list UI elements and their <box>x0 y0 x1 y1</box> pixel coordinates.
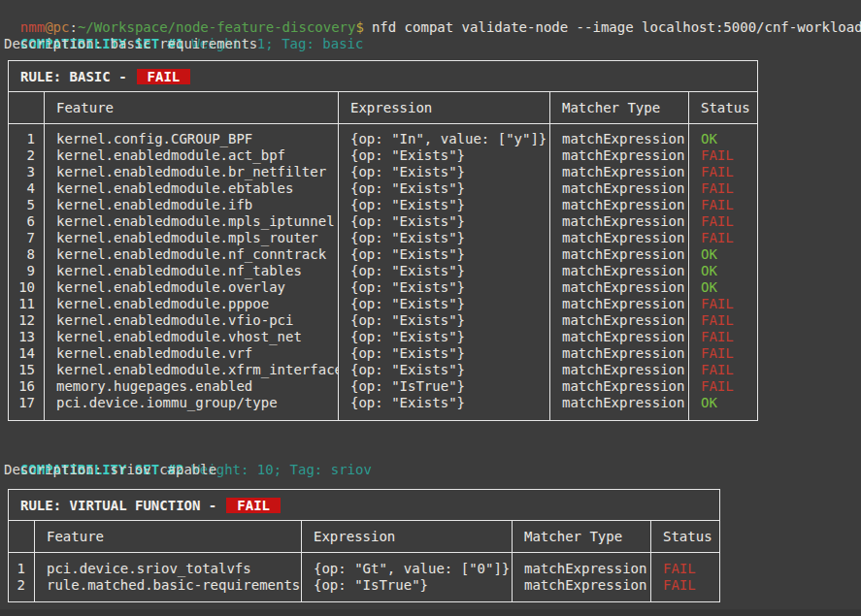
matcher-type-cell: matchExpression <box>550 124 689 148</box>
row-number-cell: 12 <box>9 312 45 329</box>
expression-cell: {op: "Exists"} <box>339 263 550 279</box>
row-number-cell: 7 <box>9 230 45 246</box>
table-row: 14kernel.enabledmodule.vrf{op: "Exists"}… <box>9 345 758 362</box>
expression-cell: {op: "Exists"} <box>339 345 550 362</box>
status-cell: FAIL <box>689 180 758 197</box>
matcher-type-cell: matchExpression <box>550 296 689 312</box>
row-number-cell: 3 <box>9 164 45 180</box>
row-number-header <box>9 92 45 124</box>
status-cell: FAIL <box>689 147 758 164</box>
matcher-type-cell: matchExpression <box>550 279 689 296</box>
status-cell: FAIL <box>689 345 758 362</box>
feature-header: Feature <box>45 92 339 124</box>
table-row: 6kernel.enabledmodule.mpls_iptunnel{op: … <box>9 213 758 230</box>
status-cell: FAIL <box>689 213 758 230</box>
table-row: 8kernel.enabledmodule.nf_conntrack{op: "… <box>9 246 758 263</box>
row-number-cell: 14 <box>9 345 45 362</box>
matcher-type-cell: matchExpression <box>550 213 689 230</box>
feature-cell: kernel.enabledmodule.act_bpf <box>45 147 339 164</box>
feature-cell: kernel.enabledmodule.pppoe <box>45 296 339 312</box>
expression-cell: {op: "IsTrue"} <box>339 378 550 395</box>
row-number-cell: 17 <box>9 395 45 421</box>
feature-cell: kernel.enabledmodule.nf_tables <box>45 263 339 279</box>
matcher-type-cell: matchExpression <box>550 329 689 345</box>
feature-cell: pci.device.iommu_group/type <box>45 395 339 421</box>
feature-cell: kernel.config.CGROUP_BPF <box>45 124 339 148</box>
expression-cell: {op: "Exists"} <box>339 230 550 246</box>
status-cell: FAIL <box>689 329 758 345</box>
status-cell: OK <box>689 395 758 421</box>
status-cell: OK <box>689 263 758 279</box>
shell-prompt-line[interactable]: nmm@pc:~/Workspace/node-feature-discover… <box>4 3 861 19</box>
status-cell: FAIL <box>689 296 758 312</box>
row-number-cell: 9 <box>9 263 45 279</box>
feature-cell: kernel.enabledmodule.mpls_router <box>45 230 339 246</box>
feature-cell: kernel.enabledmodule.ifb <box>45 197 339 213</box>
expression-cell: {op: "Exists"} <box>339 246 550 263</box>
expression-cell: {op: "Exists"} <box>339 329 550 345</box>
expression-cell: {op: "IsTrue"} <box>302 577 513 602</box>
expression-cell: {op: "Exists"} <box>339 180 550 197</box>
table-row: 17pci.device.iommu_group/type{op: "Exist… <box>9 395 758 421</box>
row-number-cell: 11 <box>9 296 45 312</box>
table-row: 10kernel.enabledmodule.overlay{op: "Exis… <box>9 279 758 296</box>
matcher-type-cell: matchExpression <box>550 263 689 279</box>
row-number-cell: 10 <box>9 279 45 296</box>
feature-cell: rule.matched.basic-requirements <box>35 577 302 602</box>
matcher-type-cell: matchExpression <box>513 553 651 578</box>
column-header-row: Feature Expression Matcher Type Status <box>9 92 758 124</box>
feature-cell: kernel.enabledmodule.vfio-pci <box>45 312 339 329</box>
row-number-cell: 16 <box>9 378 45 395</box>
set1-description: Description: basic requirements <box>4 36 861 52</box>
table-row: 11kernel.enabledmodule.pppoe{op: "Exists… <box>9 296 758 312</box>
table-row: 5kernel.enabledmodule.ifb{op: "Exists"}m… <box>9 197 758 213</box>
feature-cell: pci.device.sriov_totalvfs <box>35 553 302 578</box>
matcher-type-cell: matchExpression <box>550 246 689 263</box>
status-cell: FAIL <box>689 362 758 378</box>
compat-set-2-body: 1pci.device.sriov_totalvfs{op: "Gt", val… <box>9 553 720 602</box>
matcher-type-cell: matchExpression <box>513 577 651 602</box>
prompt-symbol: $ <box>355 19 363 35</box>
row-number-cell: 1 <box>9 553 35 578</box>
feature-cell: kernel.enabledmodule.vrf <box>45 345 339 362</box>
expression-cell: {op: "In", value: ["y"]} <box>339 124 550 148</box>
set2-meta: Weight: 10; Tag: sriov <box>191 462 371 477</box>
table-row: 3kernel.enabledmodule.br_netfilter{op: "… <box>9 164 758 180</box>
expression-cell: {op: "Exists"} <box>339 213 550 230</box>
expression-cell: {op: "Exists"} <box>339 362 550 378</box>
row-number-cell: 8 <box>9 246 45 263</box>
row-number-cell: 13 <box>9 329 45 345</box>
feature-cell: memory.hugepages.enabled <box>45 378 339 395</box>
row-number-cell: 15 <box>9 362 45 378</box>
feature-header: Feature <box>35 521 302 553</box>
row-number-header <box>9 521 35 553</box>
expression-cell: {op: "Exists"} <box>339 296 550 312</box>
table-row: 9kernel.enabledmodule.nf_tables{op: "Exi… <box>9 263 758 279</box>
status-header: Status <box>651 521 720 553</box>
status-cell: FAIL <box>689 164 758 180</box>
matcher-type-cell: matchExpression <box>550 345 689 362</box>
matcher-type-header: Matcher Type <box>550 92 689 124</box>
row-number-cell: 5 <box>9 197 45 213</box>
terminal-bottom-edge <box>0 609 861 616</box>
table-row: 4kernel.enabledmodule.ebtables{op: "Exis… <box>9 180 758 197</box>
expression-cell: {op: "Exists"} <box>339 147 550 164</box>
expression-cell: {op: "Exists"} <box>339 279 550 296</box>
table-row: 7kernel.enabledmodule.mpls_router{op: "E… <box>9 230 758 246</box>
terminal-window[interactable]: { "prompt": { "user": "nmm", "at_host": … <box>0 0 861 616</box>
table-row: 12kernel.enabledmodule.vfio-pci{op: "Exi… <box>9 312 758 329</box>
status-cell: FAIL <box>689 378 758 395</box>
feature-cell: kernel.enabledmodule.nf_conntrack <box>45 246 339 263</box>
rule-header-row: RULE: BASIC -FAIL <box>9 61 758 92</box>
rule-header-cell: RULE: VIRTUAL FUNCTION -FAIL <box>9 490 720 521</box>
rule-label: RULE: VIRTUAL FUNCTION - <box>20 498 216 513</box>
table-row: 1kernel.config.CGROUP_BPF{op: "In", valu… <box>9 124 758 148</box>
prompt-user: nmm <box>20 19 45 35</box>
expression-header: Expression <box>302 521 513 553</box>
expression-cell: {op: "Exists"} <box>339 197 550 213</box>
status-cell: FAIL <box>689 197 758 213</box>
prompt-host: @pc <box>45 19 69 35</box>
row-number-cell: 4 <box>9 180 45 197</box>
command-text: nfd compat validate-node --image localho… <box>372 19 861 35</box>
matcher-type-header: Matcher Type <box>513 521 651 553</box>
